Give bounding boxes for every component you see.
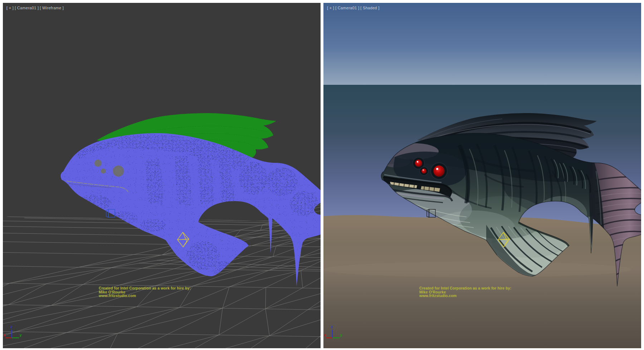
shading-menu-button[interactable]: [ Wireframe ]	[40, 6, 64, 10]
shading-menu-button[interactable]: [ Shaded ]	[360, 6, 379, 10]
shaded-canvas[interactable]	[323, 3, 641, 348]
viewport-label-left[interactable]: [ + ][ Camera01 ][ Wireframe ]	[6, 6, 65, 10]
pov-menu-button[interactable]: [ + ]	[327, 6, 334, 10]
camera-menu-button[interactable]: [ Camera01 ]	[335, 6, 359, 10]
viewport-label-right[interactable]: [ + ][ Camera01 ][ Shaded ]	[327, 6, 381, 10]
pov-menu-button[interactable]: [ + ]	[6, 6, 14, 10]
fish-body-wireframe[interactable]	[60, 133, 321, 286]
wireframe-canvas[interactable]	[3, 3, 321, 348]
sky	[323, 3, 641, 85]
max-viewport-layout: [ + ][ Camera01 ][ Wireframe ]	[0, 0, 644, 350]
viewport-shaded[interactable]: [ + ][ Camera01 ][ Shaded ]	[323, 3, 641, 348]
viewport-wireframe[interactable]: [ + ][ Camera01 ][ Wireframe ]	[3, 3, 321, 348]
camera-menu-button[interactable]: [ Camera01 ]	[15, 6, 39, 10]
